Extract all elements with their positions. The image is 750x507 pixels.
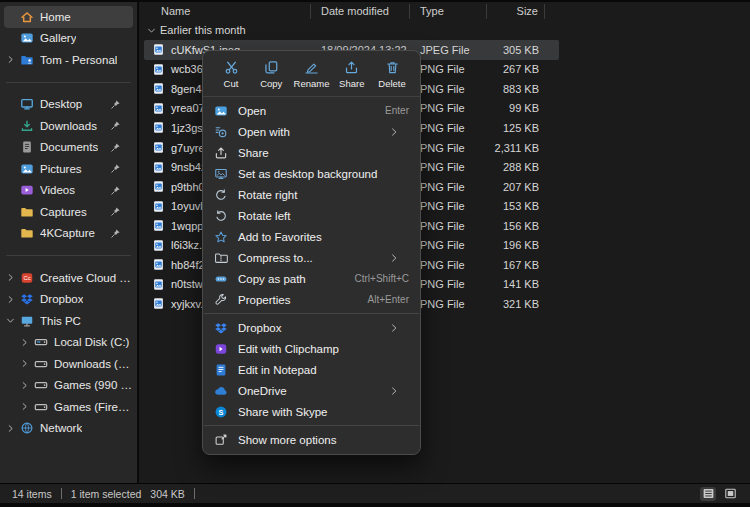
menu-item-share-with-skype[interactable]: SShare with Skype [203,401,420,422]
share-button[interactable]: Share [332,58,372,91]
column-header-date[interactable]: Date modified [311,4,410,19]
sidebar-item-videos[interactable]: Videos [4,180,133,202]
file-size: 207 KB [487,181,545,193]
menu-item-rotate-right[interactable]: Rotate right [203,184,420,205]
menu-item-label: Open with [238,126,290,138]
chevron-spacer [6,227,20,239]
expand-chevron[interactable] [20,336,34,348]
sidebar-item-local-disk-c[interactable]: Local Disk (C:) [4,332,133,354]
menu-item-open-with[interactable]: Open with [203,121,420,142]
group-header[interactable]: Earlier this month [147,24,246,36]
pin-icon[interactable] [110,99,121,110]
menu-item-add-to-favorites[interactable]: Add to Favorites [203,226,420,247]
pin-icon[interactable] [110,185,121,196]
expand-chevron[interactable] [20,358,34,370]
menu-item-edit-with-clipchamp[interactable]: Edit with Clipchamp [203,338,420,359]
menu-item-rotate-left[interactable]: Rotate left [203,205,420,226]
column-header-type[interactable]: Type [410,4,487,19]
sidebar-item-tom-personal[interactable]: Tom - Personal [4,49,133,71]
share-icon [214,146,228,160]
sidebar-item-home[interactable]: Home [4,6,133,28]
sidebar-item-network[interactable]: Network [4,418,133,440]
menu-item-onedrive[interactable]: OneDrive [203,380,420,401]
column-header-size[interactable]: Size [487,4,545,19]
sidebar-item-documents[interactable]: Documents [4,137,133,159]
status-divider [194,488,195,499]
menu-item-edit-in-notepad[interactable]: Edit in Notepad [203,359,420,380]
drive-icon [34,400,48,414]
expand-chevron[interactable] [6,54,20,66]
delete-button[interactable]: Delete [372,58,412,91]
chevron-right-icon [6,424,15,433]
pin-icon[interactable] [110,228,121,239]
details-view-button[interactable] [700,487,716,501]
copy-button[interactable]: Copy [251,58,291,91]
sidebar-item-pictures[interactable]: Pictures [4,158,133,180]
delete-icon [385,60,400,75]
onedrive-icon [214,384,228,398]
chevron-right-icon [20,359,29,368]
pin-icon[interactable] [110,142,121,153]
menu-item-open[interactable]: OpenEnter [203,100,420,121]
sidebar-item-gallery[interactable]: Gallery [4,28,133,50]
notepad-icon [214,363,228,377]
expand-chevron[interactable] [20,379,34,391]
sidebar-item-downloads[interactable]: Downloads [4,115,133,137]
rename-button[interactable]: Rename [292,58,332,91]
menu-item-compress-to[interactable]: Compress to... [203,247,420,268]
group-label: Earlier this month [160,24,246,36]
menu-item-label: Show more options [238,434,336,446]
column-header-name[interactable]: Name [139,4,311,19]
large-icons-view-button[interactable] [722,487,738,501]
file-size: 125 KB [487,122,545,134]
sidebar-item-4kcapture[interactable]: 4KCapture [4,223,133,245]
expand-chevron[interactable] [6,315,20,327]
menu-item-dropbox[interactable]: Dropbox [203,317,420,338]
open-with-icon [214,125,228,139]
documents-icon [20,140,34,154]
cut-button[interactable]: Cut [211,58,251,91]
expand-chevron[interactable] [6,422,20,434]
pin-icon[interactable] [110,120,121,131]
menu-item-share[interactable]: Share [203,142,420,163]
sidebar-item-dropbox[interactable]: Dropbox [4,289,133,311]
svg-text:S: S [219,407,224,416]
sidebar-item-games-990-pro-e[interactable]: Games (990 Pro) (E:) [4,375,133,397]
expand-chevron[interactable] [6,293,20,305]
chevron-right-icon [389,127,399,137]
sidebar-item-label: Dropbox [40,293,83,305]
menu-item-label: Open [238,105,266,117]
file-image-icon [152,102,165,115]
sidebar-item-label: Pictures [40,163,82,175]
rename-icon [304,60,319,75]
menu-item-set-as-desktop-background[interactable]: Set as desktop background [203,163,420,184]
chevron-down-icon[interactable] [147,26,156,35]
sidebar-list: HomeGalleryTom - PersonalDesktopDownload… [0,6,137,439]
menu-item-copy-as-path[interactable]: Copy as pathCtrl+Shift+C [203,268,420,289]
status-divider [61,488,62,499]
dropbox-icon [20,292,34,306]
sidebar-item-games-firecuda-530-f[interactable]: Games (FireCuda 530) (F:) [4,396,133,418]
clipchamp-icon [214,342,228,356]
file-type: PNG File [410,142,487,154]
sidebar-item-creative-cloud-files[interactable]: CcCreative Cloud Files [4,267,133,289]
file-size: 305 KB [487,44,545,56]
pin-icon[interactable] [110,163,121,174]
chevron-down-icon [6,316,15,325]
menu-item-label: Share with Skype [238,406,328,418]
sidebar-item-label: Games (990 Pro) (E:) [54,379,133,391]
sidebar-item-downloads-t700-d[interactable]: Downloads (T700) (D:) [4,353,133,375]
sidebar-item-desktop[interactable]: Desktop [4,94,133,116]
sidebar-item-this-pc[interactable]: This PC [4,310,133,332]
expand-chevron[interactable] [6,272,20,284]
sidebar-item-label: Downloads (T700) (D:) [54,358,133,370]
sidebar-item-captures[interactable]: Captures [4,201,133,223]
open-icon [214,104,228,118]
menu-item-properties[interactable]: PropertiesAlt+Enter [203,289,420,310]
file-image-icon [152,161,165,174]
chevron-right-icon [6,55,15,64]
expand-chevron[interactable] [20,401,34,413]
sidebar-item-label: Desktop [40,98,82,110]
menu-item-show-more-options[interactable]: Show more options [203,429,420,450]
pin-icon[interactable] [110,206,121,217]
